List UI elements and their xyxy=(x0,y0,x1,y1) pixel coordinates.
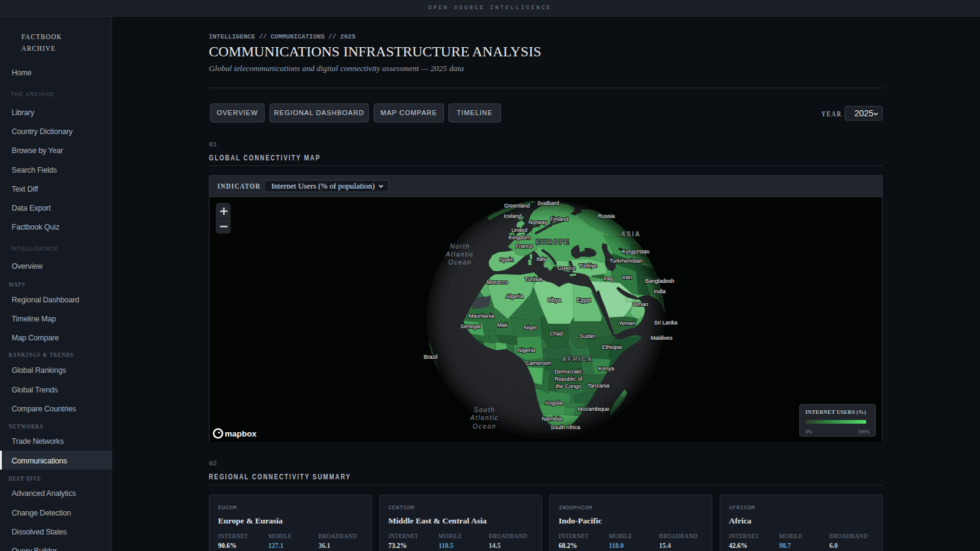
svg-text:Republic of: Republic of xyxy=(554,376,582,382)
svg-text:Ethiopia: Ethiopia xyxy=(602,344,622,350)
svg-text:Turkmenistan: Turkmenistan xyxy=(609,258,643,264)
svg-text:Nigeria: Nigeria xyxy=(518,347,535,353)
svg-text:Greece: Greece xyxy=(557,265,576,271)
svg-text:Iraq: Iraq xyxy=(603,276,613,282)
svg-text:Chad: Chad xyxy=(549,331,563,337)
svg-text:Ocean: Ocean xyxy=(473,422,496,430)
svg-text:Yemen: Yemen xyxy=(619,320,636,326)
svg-text:Norway: Norway xyxy=(529,219,548,225)
svg-text:Türkiye: Türkiye xyxy=(579,263,597,269)
svg-text:Cameroon: Cameroon xyxy=(526,360,551,366)
svg-text:Svalbard: Svalbard xyxy=(537,200,559,206)
svg-text:Atlantic: Atlantic xyxy=(445,250,474,258)
svg-text:ASIA: ASIA xyxy=(621,231,641,238)
svg-text:Finland: Finland xyxy=(550,216,568,222)
svg-text:Kingdom: Kingdom xyxy=(508,234,530,241)
svg-text:Sudan: Sudan xyxy=(579,333,595,339)
svg-text:South: South xyxy=(474,406,496,413)
svg-text:EUROPE: EUROPE xyxy=(536,239,570,246)
svg-text:India: India xyxy=(654,288,666,294)
svg-text:Egypt: Egypt xyxy=(576,297,591,303)
svg-text:Brazil: Brazil xyxy=(424,354,438,360)
svg-text:Russia: Russia xyxy=(598,213,615,219)
svg-text:Tunisia: Tunisia xyxy=(525,276,543,282)
svg-text:Italy: Italy xyxy=(537,256,547,262)
svg-text:Algeria: Algeria xyxy=(506,293,523,299)
svg-text:Morocco: Morocco xyxy=(487,279,508,285)
svg-text:Democratic: Democratic xyxy=(554,369,582,375)
svg-text:mapbox: mapbox xyxy=(225,429,257,438)
svg-text:Atlantic: Atlantic xyxy=(470,414,499,421)
svg-text:South Africa: South Africa xyxy=(551,424,581,430)
svg-text:Namibia: Namibia xyxy=(541,416,562,422)
svg-text:Greenland: Greenland xyxy=(504,203,530,209)
svg-text:AFRICA: AFRICA xyxy=(562,356,594,362)
svg-text:Niger: Niger xyxy=(524,324,537,331)
svg-text:Tanzania: Tanzania xyxy=(587,383,609,389)
svg-text:Bangladesh: Bangladesh xyxy=(645,278,674,284)
svg-text:Mozambique: Mozambique xyxy=(578,406,609,412)
svg-text:the Congo: the Congo xyxy=(556,383,581,389)
svg-text:Mauritania: Mauritania xyxy=(469,313,494,319)
svg-text:Kenya: Kenya xyxy=(598,365,614,372)
svg-text:Iceland: Iceland xyxy=(503,213,521,219)
svg-text:Iran: Iran xyxy=(622,274,632,280)
svg-text:Maldives: Maldives xyxy=(650,335,673,341)
svg-text:Oman: Oman xyxy=(633,301,649,307)
svg-text:France: France xyxy=(516,243,533,249)
svg-text:Ocean: Ocean xyxy=(448,258,472,266)
svg-text:Libya: Libya xyxy=(548,297,561,303)
svg-text:Kyrgyzstan: Kyrgyzstan xyxy=(622,249,650,255)
svg-text:United: United xyxy=(511,227,527,233)
svg-text:North: North xyxy=(450,242,470,250)
svg-text:Mali: Mali xyxy=(497,322,508,328)
svg-text:Spain: Spain xyxy=(499,257,513,263)
svg-text:Senegal: Senegal xyxy=(460,323,480,329)
svg-text:Angola: Angola xyxy=(545,400,562,406)
svg-text:Sri Lanka: Sri Lanka xyxy=(654,320,677,326)
